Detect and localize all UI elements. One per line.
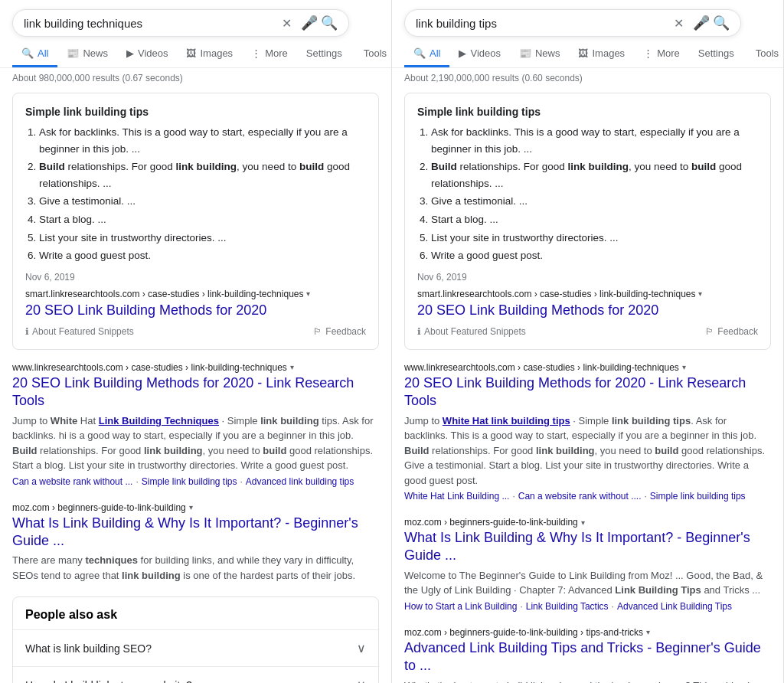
left-snippet-item-4: Start a blog. ... bbox=[39, 211, 366, 228]
left-mic-icon[interactable]: 🎤 bbox=[301, 15, 318, 31]
left-settings-link[interactable]: Settings bbox=[297, 41, 351, 67]
right-feedback-label: Feedback bbox=[717, 326, 758, 337]
left-search-input[interactable] bbox=[24, 17, 276, 30]
left-sublink-1[interactable]: Can a website rank without ... bbox=[12, 476, 132, 487]
left-sublink-dot-1: · bbox=[136, 476, 138, 487]
right-search-bar-wrap: ✕ 🎤 🔍 bbox=[392, 0, 783, 37]
left-tab-more-label: More bbox=[265, 47, 288, 59]
left-clear-icon[interactable]: ✕ bbox=[282, 16, 292, 31]
right-images-tab-icon: 🖼 bbox=[578, 47, 588, 59]
right-result-1-title[interactable]: 20 SEO Link Building Methods for 2020 - … bbox=[404, 374, 771, 410]
right-result-2-sublink-3[interactable]: Advanced Link Building Tips bbox=[617, 601, 732, 612]
right-tab-images[interactable]: 🖼 Images bbox=[569, 41, 634, 67]
left-snippet-feedback: ℹ About Featured Snippets 🏳 Feedback bbox=[25, 326, 366, 337]
right-tab-videos-label: Videos bbox=[470, 47, 501, 59]
right-tab-all[interactable]: 🔍 All bbox=[404, 41, 449, 67]
left-result-2-arrow: ▾ bbox=[189, 503, 193, 511]
left-paa-box: People also ask What is link building SE… bbox=[12, 596, 379, 683]
right-result-3-title[interactable]: Advanced Link Building Tips and Tricks -… bbox=[404, 639, 771, 675]
all-tab-icon: 🔍 bbox=[21, 47, 34, 59]
right-snippet-item-6: Write a good guest post. bbox=[431, 247, 758, 264]
right-snippet-arrow: ▾ bbox=[698, 289, 702, 298]
right-result-2-title[interactable]: What Is Link Building & Why Is It Import… bbox=[404, 529, 771, 565]
left-snippet-arrow: ▾ bbox=[306, 289, 310, 298]
images-tab-icon: 🖼 bbox=[186, 47, 196, 59]
left-feedback-btn[interactable]: 🏳 Feedback bbox=[313, 326, 366, 337]
right-featured-snippet: Simple link building tips Ask for backli… bbox=[404, 93, 771, 350]
right-tab-videos[interactable]: ▶ Videos bbox=[449, 41, 510, 67]
right-feedback-btn[interactable]: 🏳 Feedback bbox=[705, 326, 758, 337]
right-result-2-sublink-1[interactable]: How to Start a Link Building bbox=[404, 601, 517, 612]
left-tab-images-label: Images bbox=[200, 47, 233, 59]
left-tab-images[interactable]: 🖼 Images bbox=[177, 41, 242, 67]
right-search-input[interactable] bbox=[416, 17, 668, 30]
right-result-3: moz.com › beginners-guide-to-link-buildi… bbox=[392, 619, 783, 683]
right-search-icon[interactable]: 🔍 bbox=[713, 15, 730, 31]
right-sublink-1[interactable]: White Hat Link Building ... bbox=[404, 491, 509, 502]
left-result-1-title[interactable]: 20 SEO Link Building Methods for 2020 - … bbox=[12, 374, 379, 410]
right-snippet-breadcrumb: smart.linkresearchtools.com › case-studi… bbox=[417, 289, 695, 299]
right-result-2-arrow: ▾ bbox=[581, 518, 585, 527]
left-about-snippets[interactable]: ℹ About Featured Snippets bbox=[25, 326, 134, 337]
right-tab-more[interactable]: ⋮ More bbox=[634, 41, 689, 67]
left-snippet-title: Simple link building tips bbox=[25, 106, 366, 118]
right-flag-icon: 🏳 bbox=[705, 326, 714, 337]
right-result-1: www.linkresearchtools.com › case-studies… bbox=[392, 355, 783, 509]
left-sublink-3[interactable]: Advanced link building tips bbox=[246, 476, 354, 487]
left-snippet-item-6: Write a good guest post. bbox=[39, 247, 366, 264]
right-info-icon: ℹ bbox=[417, 326, 421, 337]
right-result-2-desc: Welcome to The Beginner's Guide to Link … bbox=[404, 568, 771, 598]
right-tab-news[interactable]: 📰 News bbox=[510, 41, 570, 67]
left-tab-all[interactable]: 🔍 All bbox=[12, 41, 57, 67]
right-snippet-link[interactable]: 20 SEO Link Building Methods for 2020 bbox=[417, 302, 758, 319]
right-result-1-sublinks: White Hat Link Building ... · Can a webs… bbox=[404, 491, 771, 502]
right-result-1-desc: Jump to White Hat link building tips · S… bbox=[404, 413, 771, 489]
left-panel: ✕ 🎤 🔍 🔍 All 📰 News ▶ Videos 🖼 Images bbox=[0, 0, 392, 683]
right-snippet-item-1: Ask for backlinks. This is a good way to… bbox=[431, 124, 758, 157]
left-search-icon[interactable]: 🔍 bbox=[321, 15, 338, 31]
right-sublink-2[interactable]: Can a website rank without .... bbox=[518, 491, 642, 502]
left-paa-item-1[interactable]: What is link building SEO? ∨ bbox=[13, 629, 378, 666]
left-tools-link[interactable]: Tools bbox=[354, 41, 391, 67]
right-sublink-dot-1: · bbox=[512, 491, 514, 502]
right-sublink-3[interactable]: Simple link building tips bbox=[650, 491, 746, 502]
news-tab-icon: 📰 bbox=[67, 47, 79, 59]
left-tab-more[interactable]: ⋮ More bbox=[242, 41, 297, 67]
right-clear-icon[interactable]: ✕ bbox=[674, 16, 684, 31]
left-result-2-desc: There are many techniques for building l… bbox=[12, 553, 379, 583]
right-tab-news-label: News bbox=[535, 47, 560, 59]
left-result-1-url-text: www.linkresearchtools.com › case-studies… bbox=[12, 362, 287, 373]
right-search-bar: ✕ 🎤 🔍 bbox=[404, 9, 741, 37]
right-about-snippets[interactable]: ℹ About Featured Snippets bbox=[417, 326, 526, 337]
left-tab-videos[interactable]: ▶ Videos bbox=[117, 41, 178, 67]
right-result-1-url-text: www.linkresearchtools.com › case-studies… bbox=[404, 362, 679, 373]
right-settings-link[interactable]: Settings bbox=[689, 41, 743, 67]
right-tools-label: Tools bbox=[756, 47, 779, 59]
left-result-2-title[interactable]: What Is Link Building & Why Is It Import… bbox=[12, 515, 379, 551]
left-result-2-url-text: moz.com › beginners-guide-to-link-buildi… bbox=[12, 502, 186, 513]
right-result-2-url: moz.com › beginners-guide-to-link-buildi… bbox=[404, 517, 771, 528]
right-result-2-sublink-2[interactable]: Link Building Tactics bbox=[526, 601, 609, 612]
left-tab-news[interactable]: 📰 News bbox=[57, 41, 117, 67]
left-nav-tabs: 🔍 All 📰 News ▶ Videos 🖼 Images ⋮ More bbox=[0, 37, 391, 68]
left-tools-label: Tools bbox=[364, 47, 387, 59]
left-nav-right: Settings Tools bbox=[297, 41, 391, 67]
right-all-tab-icon: 🔍 bbox=[413, 47, 426, 59]
right-snippet-item-2: Build relationships. For good link build… bbox=[431, 158, 758, 191]
left-tab-all-label: All bbox=[38, 47, 48, 59]
right-result-2: moz.com › beginners-guide-to-link-buildi… bbox=[392, 509, 783, 619]
left-sublink-dot-2: · bbox=[240, 476, 243, 487]
right-result-2-sublink-dot-2: · bbox=[612, 601, 614, 612]
right-tools-link[interactable]: Tools bbox=[746, 41, 783, 67]
left-snippet-item-1: Ask for backlinks. This is a good way to… bbox=[39, 124, 366, 157]
left-paa-item-2[interactable]: How do I build links to my website? ∨ bbox=[13, 666, 378, 683]
left-sublink-2[interactable]: Simple link building tips bbox=[142, 476, 237, 487]
right-mic-icon[interactable]: 🎤 bbox=[693, 15, 710, 31]
left-snippet-date: Nov 6, 2019 bbox=[25, 272, 366, 283]
left-snippet-link[interactable]: 20 SEO Link Building Methods for 2020 bbox=[25, 302, 366, 319]
left-snippet-breadcrumb: smart.linkresearchtools.com › case-studi… bbox=[25, 289, 303, 299]
right-sublink-dot-2: · bbox=[645, 491, 647, 502]
right-result-1-arrow: ▾ bbox=[682, 363, 686, 371]
right-result-2-sublinks: How to Start a Link Building · Link Buil… bbox=[404, 601, 771, 612]
right-results-count: About 2,190,000,000 results (0.60 second… bbox=[392, 68, 783, 88]
